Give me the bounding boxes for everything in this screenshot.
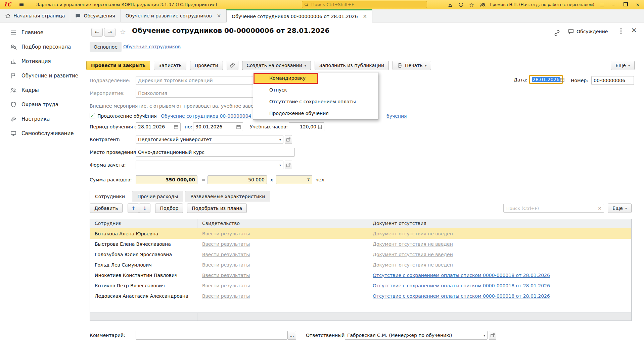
combo-chevron-icon[interactable]: ▾ <box>279 163 281 167</box>
add-row-button[interactable]: Добавить <box>90 204 123 213</box>
sidebar-item-settings[interactable]: Настройка <box>0 112 82 126</box>
menu-item-paid-absence[interactable]: Отсутствие с сохранением оплаты <box>253 96 378 108</box>
get-link-icon[interactable] <box>554 30 560 36</box>
table-search[interactable]: × <box>503 204 604 213</box>
close-window-button[interactable]: × <box>634 2 641 7</box>
table-search-input[interactable] <box>506 206 596 211</box>
calendar-icon[interactable] <box>174 125 178 129</box>
table-row[interactable]: Голозубова Юлия Ярославовна Ввести резул… <box>90 249 631 260</box>
favorites-icon[interactable]: ☆ <box>469 2 475 8</box>
calendar-icon[interactable] <box>560 77 564 82</box>
global-search[interactable] <box>302 1 427 8</box>
current-user[interactable]: Громова Н.П. (Нач. отд. по работе с перс… <box>490 2 594 7</box>
column-absence[interactable]: Документ отсутствия <box>368 219 631 228</box>
search-input[interactable] <box>311 2 425 7</box>
certificate-link[interactable]: Ввести результаты <box>202 231 250 236</box>
main-menu-icon[interactable]: ≡ <box>19 0 24 8</box>
print-button[interactable]: Печать▾ <box>393 61 431 70</box>
period-to-field[interactable]: 30.01.2026 <box>193 122 243 131</box>
certificate-link[interactable]: Ввести результаты <box>202 283 250 288</box>
favorite-star-icon[interactable]: ☆ <box>120 28 126 36</box>
people-count-field[interactable]: 7 <box>276 175 312 184</box>
open-credit-form-button[interactable] <box>285 161 292 169</box>
comment-field[interactable] <box>136 331 287 340</box>
sidebar-item-recruiting[interactable]: Подбор персонала <box>0 40 82 54</box>
history-icon[interactable] <box>458 2 464 8</box>
tab-developed-characteristics[interactable]: Развиваемые характеристики <box>185 191 270 202</box>
base-training-document-link[interactable]: Обучение сотрудников 00-00000004 о <box>161 112 256 120</box>
contractor-field[interactable]: Педагогический университет ▾ <box>136 135 283 144</box>
sidebar-item-hr[interactable]: Кадры <box>0 83 82 97</box>
table-row[interactable]: Ботакова Алена Юрьевна Ввести результаты… <box>90 228 631 239</box>
notifications-icon[interactable] <box>447 2 453 8</box>
create-based-on-button[interactable]: Создать на основании▾ <box>242 61 311 70</box>
table-row[interactable]: Инокетиев Константин Павлович Ввести рез… <box>90 270 631 280</box>
certificate-link[interactable]: Ввести результаты <box>202 252 250 257</box>
hours-field[interactable]: 120,00 <box>289 122 324 131</box>
table-row[interactable]: Ледовская Анастасия Александровна Ввести… <box>90 291 631 301</box>
sidebar-item-safety[interactable]: Охрана труда <box>0 97 82 112</box>
pick-button[interactable]: Подбор <box>155 204 183 213</box>
minimize-button[interactable]: – <box>610 2 617 7</box>
credit-form-field[interactable]: ▾ <box>136 161 283 169</box>
menu-item-vacation[interactable]: Отпуск <box>253 84 378 96</box>
tab-training-list[interactable]: Обучение и развитие сотрудников × <box>121 9 227 22</box>
sidebar-item-training[interactable]: Обучение и развитие <box>0 68 82 83</box>
post-button[interactable]: Провести <box>190 61 223 70</box>
comment-expand-button[interactable]: ... <box>287 331 296 340</box>
table-more-button[interactable]: Еще▾ <box>608 204 632 213</box>
calendar-icon[interactable] <box>236 125 241 129</box>
save-button[interactable]: Записать <box>154 61 186 70</box>
back-button[interactable]: ← <box>91 28 103 37</box>
column-employee[interactable]: Сотрудник <box>90 219 197 228</box>
maximize-button[interactable] <box>622 2 629 7</box>
tab-discussions[interactable]: Обсуждения <box>70 9 120 22</box>
absence-link[interactable]: Отсутствие с сохранением оплаты списком … <box>373 273 550 278</box>
menu-item-training-continuation[interactable]: Продолжение обучения <box>253 108 378 119</box>
sum-total-field[interactable]: 350 000,00 <box>136 175 197 184</box>
tab-other-expenses[interactable]: Прочие расходы <box>132 191 183 202</box>
price-field[interactable]: 50 000 <box>208 175 267 184</box>
column-certificate[interactable]: Свидетельство <box>197 219 368 228</box>
help-link[interactable]: ? <box>144 112 147 120</box>
users-icon[interactable] <box>479 2 486 8</box>
certificate-link[interactable]: Ввести результаты <box>202 273 250 278</box>
sidebar-item-main[interactable]: Главное <box>0 25 82 40</box>
table-row[interactable]: Быстрова Елена Вячеславовна Ввести резул… <box>90 239 631 249</box>
menu-item-business-trip[interactable]: Командировку <box>253 72 378 84</box>
absence-link[interactable]: Отсутствие с сохранением оплаты списком … <box>373 283 550 288</box>
sidebar-item-selfservice[interactable]: Самообслуживание <box>0 126 82 140</box>
calculator-icon[interactable] <box>318 125 322 129</box>
tab-employees[interactable]: Сотрудники <box>90 191 130 203</box>
clear-search-icon[interactable]: × <box>598 206 602 211</box>
partial-training-link[interactable]: бучения <box>386 112 407 120</box>
close-tab-icon[interactable]: × <box>217 13 221 19</box>
sidebar-item-motivation[interactable]: Мотивация <box>0 54 82 68</box>
fill-from-publication-button[interactable]: Заполнить из публикации <box>315 61 389 70</box>
attachments-button[interactable] <box>227 61 238 70</box>
tab-training-doc[interactable]: Обучение сотрудников 00-00000006 от 28.0… <box>226 9 372 22</box>
hamburger-icon[interactable]: ≡ <box>599 2 605 8</box>
nav-tab-main[interactable]: Основное <box>90 42 122 52</box>
absence-link[interactable]: Отсутствие с сохранением оплаты списком … <box>373 293 550 299</box>
close-document-icon[interactable]: × <box>631 26 637 34</box>
open-responsible-button[interactable] <box>489 331 496 340</box>
venue-field[interactable]: Очно-дистанционный курс <box>136 148 295 157</box>
post-and-close-button[interactable]: Провести и закрыть <box>86 61 150 70</box>
table-row[interactable]: Котиков Петр Вячеславович Ввести результ… <box>90 280 631 291</box>
close-tab-icon[interactable]: × <box>363 13 367 19</box>
forward-button[interactable]: → <box>104 28 116 37</box>
tab-home[interactable]: Начальная страница <box>0 9 70 22</box>
responsible-field[interactable]: Габровская С.М. (Менеджер по обучению) ▾ <box>345 331 488 340</box>
continuation-checkbox[interactable]: ✓ <box>90 113 95 118</box>
number-field[interactable]: 00-00000006 <box>591 76 634 85</box>
absence-link[interactable]: Документ отсутствия не введен <box>373 262 453 268</box>
table-row[interactable]: Гольд Лев Самуилович Ввести результаты Д… <box>90 260 631 270</box>
certificate-link[interactable]: Ввести результаты <box>202 241 250 247</box>
nav-link-trained-employees[interactable]: Обучение сотрудников <box>123 44 181 49</box>
move-up-button[interactable]: ↑ <box>128 204 139 213</box>
date-field[interactable]: 28.01.2026 <box>529 75 563 84</box>
move-down-button[interactable]: ↓ <box>139 204 150 213</box>
absence-link[interactable]: Документ отсутствия не введен <box>373 241 453 247</box>
pick-from-plan-button[interactable]: Подобрать из плана <box>187 204 247 213</box>
